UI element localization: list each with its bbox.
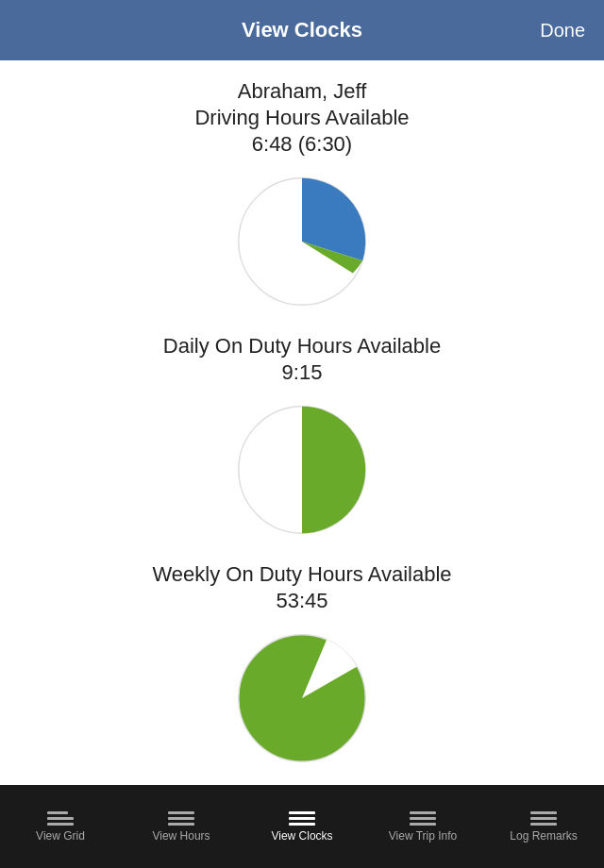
daily-hours-chart [236, 404, 368, 536]
daily-hours-value: 9:15 [282, 360, 323, 385]
weekly-pie-svg [236, 632, 368, 764]
driving-hours-chart [236, 175, 368, 308]
view-clocks-icon [289, 811, 315, 826]
daily-hours-section: Daily On Duty Hours Available 9:15 [163, 334, 441, 536]
app-header: View Clocks Done [0, 0, 604, 60]
weekly-hours-value: 53:45 [276, 589, 327, 613]
driving-hours-label: Driving Hours Available [194, 106, 409, 130]
view-hours-icon [168, 811, 194, 826]
tab-view-trip-info-label: View Trip Info [389, 829, 457, 843]
tab-view-grid[interactable]: View Grid [0, 785, 121, 868]
weekly-hours-chart [236, 632, 368, 764]
driving-hours-value: 6:48 (6:30) [252, 132, 352, 157]
tab-view-hours[interactable]: View Hours [121, 785, 242, 868]
daily-pie-svg [236, 404, 368, 536]
done-button[interactable]: Done [540, 20, 585, 42]
driver-name: Abraham, Jeff [238, 79, 367, 104]
tab-view-clocks-label: View Clocks [271, 829, 332, 843]
daily-hours-label: Daily On Duty Hours Available [163, 334, 441, 359]
main-content: Abraham, Jeff Driving Hours Available 6:… [0, 60, 604, 785]
view-grid-icon [47, 811, 74, 826]
tab-log-remarks[interactable]: Log Remarks [483, 785, 604, 868]
weekly-hours-label: Weekly On Duty Hours Available [152, 562, 451, 587]
driving-pie-svg [236, 175, 368, 308]
tab-log-remarks-label: Log Remarks [510, 829, 577, 843]
view-trip-info-icon [410, 811, 436, 826]
tab-view-trip-info[interactable]: View Trip Info [362, 785, 483, 868]
page-title: View Clocks [242, 18, 362, 42]
tab-view-hours-label: View Hours [152, 829, 210, 843]
weekly-hours-section: Weekly On Duty Hours Available 53:45 [152, 562, 451, 764]
log-remarks-icon [530, 811, 557, 826]
driving-hours-section: Driving Hours Available 6:48 (6:30) [194, 106, 409, 308]
tab-view-clocks[interactable]: View Clocks [242, 785, 362, 868]
tab-bar: View Grid View Hours View Clocks View Tr… [0, 785, 604, 868]
tab-view-grid-label: View Grid [36, 829, 85, 843]
